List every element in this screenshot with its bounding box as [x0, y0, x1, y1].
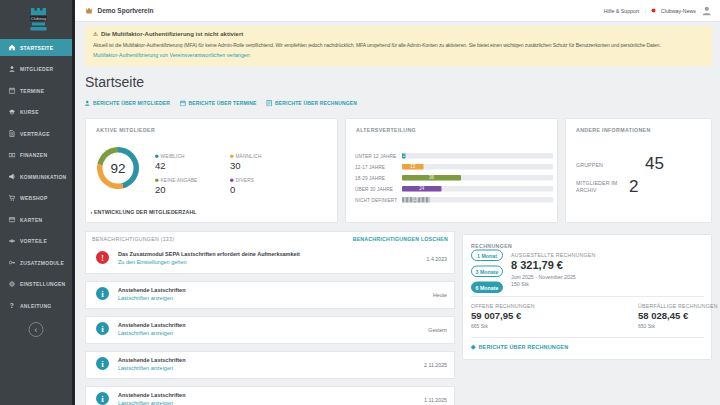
notification-link[interactable]: Lastschriften anzeigen: [118, 295, 173, 301]
notification-row: i Anstehende Lastschriften Lastschriften…: [85, 351, 455, 379]
organization-name: Demo Sportverein: [98, 7, 154, 15]
sidebar-item-label: KURSE: [20, 109, 39, 115]
course-icon: [9, 109, 16, 116]
separator: |: [645, 8, 646, 14]
sidebar-collapse-button[interactable]: ‹: [29, 322, 44, 337]
notification-title: Anstehende Lastschriften: [118, 287, 186, 293]
issued-count: 150 Stk: [511, 281, 529, 287]
sidebar-item-vertraege[interactable]: VERTRÄGE: [0, 125, 72, 142]
card-icon: [9, 216, 16, 223]
notification-title: Das Zusatzmodul SEPA Lastschriften erfor…: [118, 251, 300, 257]
help-support-link[interactable]: Hilfe & Support: [604, 8, 639, 14]
age-bar-row: ÜBER 30 JAHRE24: [355, 185, 553, 192]
archive-value: 2: [629, 177, 638, 197]
sidebar-item-label: EINSTELLUNGEN: [20, 281, 65, 287]
warning-icon: ⚠: [93, 30, 98, 37]
sidebar-item-startseite[interactable]: STARTSEITE: [0, 39, 72, 56]
sidebar-item-finanzen[interactable]: FINANZEN: [0, 147, 72, 164]
invoice-reports-link[interactable]: BERICHTE ÜBER RECHNUNGEN: [471, 344, 568, 350]
age-distribution-card: ALTERSVERTEILUNG UNTER 12 JAHRE2 12-17 J…: [345, 118, 558, 223]
bar-fill: 24: [402, 186, 441, 192]
sidebar-item-label: VORTEILE: [20, 238, 47, 244]
issued-range: Juni 2025 - November 2025: [511, 274, 576, 280]
notification-row: ! Das Zusatzmodul SEPA Lastschriften erf…: [85, 246, 455, 274]
contract-icon: [9, 130, 16, 137]
age-label: ÜBER 30 JAHRE: [355, 186, 402, 192]
banner-mfa-link[interactable]: Multifaktor-Authentifizierung von Verein…: [93, 52, 704, 58]
sidebar-item-label: ANLEITUNG: [20, 303, 51, 309]
notifications-title: BENACHRICHTIGUNGEN (133): [92, 236, 174, 242]
club-logo-icon: [85, 7, 93, 15]
app-screen: Clubway STARTSEITE MITGLIEDER TERMINE KU…: [0, 0, 720, 405]
legend-keine-angabe: KEINE ANGABE 20: [155, 178, 197, 196]
sidebar-scrollbar[interactable]: [72, 0, 75, 405]
legend-dot: [230, 179, 234, 183]
card-title: ANDERE INFORMATIONEN: [576, 127, 651, 133]
notifications-clear-link[interactable]: BENACHRICHTIGUNGEN LÖSCHEN: [353, 236, 448, 242]
card-title: AKTIVE MITGLIEDER: [96, 127, 155, 133]
divider: [471, 296, 704, 297]
info-icon: i: [96, 392, 109, 405]
legend-dot: [155, 155, 159, 159]
open-amount: 59 007,95 €: [471, 311, 521, 322]
bar-track: 2: [402, 153, 553, 159]
clubway-news-link[interactable]: Clubway-News: [661, 8, 696, 14]
legend-dot: [155, 179, 159, 183]
svg-text:Clubway: Clubway: [31, 16, 46, 21]
sidebar-item-label: FINANZEN: [20, 152, 47, 158]
notification-link[interactable]: Lastschriften anzeigen: [118, 330, 173, 336]
sidebar-item-termine[interactable]: TERMINE: [0, 82, 72, 99]
sidebar-item-label: MITGLIEDER: [20, 66, 53, 72]
sidebar-item-label: KARTEN: [20, 217, 42, 223]
info-icon: i: [96, 287, 109, 300]
sidebar-item-kurse[interactable]: KURSE: [0, 104, 72, 121]
notification-link[interactable]: Zu den Einstellungen gehen: [118, 259, 187, 265]
bar-track: 17: [402, 197, 553, 203]
age-label: 12-17 JAHRE: [355, 164, 402, 170]
reports-invoices-link[interactable]: BERICHTE ÜBER RECHNUNGEN: [266, 100, 357, 107]
notification-row: i Anstehende Lastschriften Lastschriften…: [85, 386, 455, 405]
sidebar-item-einstellungen[interactable]: EINSTELLUNGEN: [0, 276, 72, 293]
groups-value: 45: [645, 153, 664, 173]
legend-value: 0: [230, 185, 254, 196]
card-title: RECHNUNGEN: [471, 243, 512, 249]
notification-row: i Anstehende Lastschriften Lastschriften…: [85, 281, 455, 309]
banner-body: Aktuell ist die Multifaktor-Authentifizi…: [93, 42, 704, 48]
cart-icon: [9, 195, 16, 202]
notification-link[interactable]: Lastschriften anzeigen: [118, 400, 173, 405]
overdue-label: ÜBERFÄLLIGE RECHNUNGEN: [638, 303, 718, 309]
question-icon: ?: [9, 302, 16, 309]
sidebar-item-kommunikation[interactable]: KOMMUNIKATION: [0, 168, 72, 185]
reports-events-link[interactable]: BERICHTE ÜBER TERMINE: [179, 100, 256, 107]
gear-icon: [9, 281, 16, 288]
calendar-icon: [9, 87, 16, 94]
bar-track: 36: [402, 175, 553, 181]
notification-link[interactable]: Lastschriften anzeigen: [118, 365, 173, 371]
sidebar-item-karten[interactable]: KARTEN: [0, 211, 72, 228]
members-development-link[interactable]: › ENTWICKLUNG DER MITGLIEDERZAHL: [91, 209, 197, 215]
notifications-header: BENACHRICHTIGUNGEN (133) BENACHRICHTIGUN…: [85, 231, 455, 246]
period-1-month-button[interactable]: 1 Monat: [471, 250, 503, 262]
period-6-months-button[interactable]: 6 Monate: [471, 282, 503, 294]
legend-label: DIVERS: [236, 178, 255, 184]
person-icon: [9, 66, 16, 73]
report-links: BERICHTE ÜBER MITGLIEDER BERICHTE ÜBER T…: [84, 100, 357, 107]
open-count: 665 Stk: [471, 324, 488, 330]
age-label: UNTER 12 JAHRE: [355, 153, 402, 159]
diamond-icon: [471, 344, 476, 349]
open-label: OFFENE RECHNUNGEN: [471, 303, 535, 309]
sidebar-item-anleitung[interactable]: ?ANLEITUNG: [0, 297, 72, 314]
sidebar-item-webshop[interactable]: WEBSHOP: [0, 190, 72, 207]
legend-dot: [230, 155, 234, 159]
bar-fill: 17: [402, 197, 430, 203]
period-3-months-button[interactable]: 3 Monate: [471, 266, 503, 278]
sidebar-item-label: VERTRÄGE: [20, 131, 50, 137]
active-members-card: AKTIVE MITGLIEDER 92 WEIBLICH 42 MÄNNLIC…: [85, 118, 338, 223]
archive-label: MITGLIEDER IM ARCHIV: [576, 180, 634, 194]
link-label: BERICHTE ÜBER TERMINE: [188, 101, 256, 107]
sidebar-item-vorteile[interactable]: VORTEILE: [0, 233, 72, 250]
sidebar-item-mitglieder[interactable]: MITGLIEDER: [0, 61, 72, 78]
reports-members-link[interactable]: BERICHTE ÜBER MITGLIEDER: [84, 100, 170, 107]
user-avatar-icon[interactable]: [702, 5, 713, 16]
sidebar-item-zusatzmodule[interactable]: ZUSATZMODULE: [0, 254, 72, 271]
